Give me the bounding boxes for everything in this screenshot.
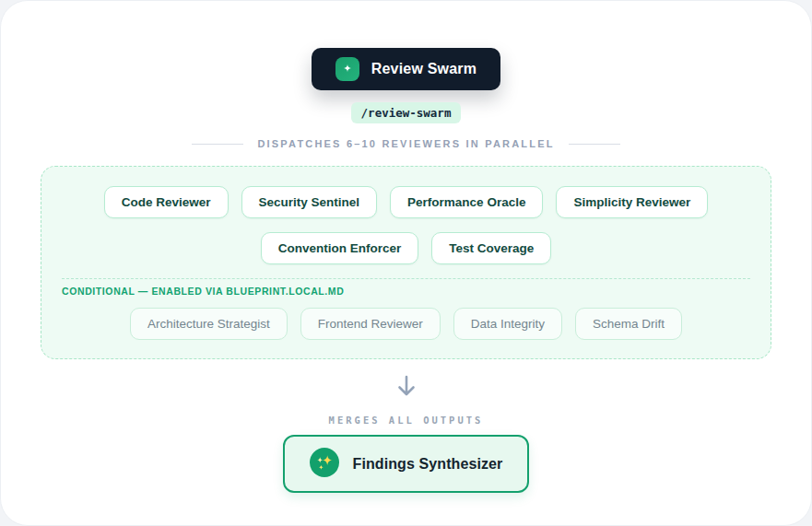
- chip-security-sentinel[interactable]: Security Sentinel: [241, 186, 378, 218]
- divider-line-right: [569, 144, 620, 145]
- page-card: Review Swarm /review-swarm DISPATCHES 6–…: [0, 0, 812, 526]
- sparkles-icon: [310, 448, 339, 480]
- sparkle-icon: [335, 57, 359, 81]
- command-title: Review Swarm: [371, 61, 477, 77]
- divider-line-left: [192, 144, 243, 145]
- dispatch-label: DISPATCHES 6–10 REVIEWERS IN PARALLEL: [257, 138, 554, 149]
- chip-data-integrity[interactable]: Data Integrity: [453, 308, 562, 340]
- synthesizer-title: Findings Synthesizer: [353, 456, 503, 473]
- chip-schema-drift[interactable]: Schema Drift: [575, 308, 682, 340]
- chip-test-coverage[interactable]: Test Coverage: [431, 232, 551, 264]
- core-reviewers-row-2: Convention Enforcer Test Coverage: [62, 232, 750, 264]
- chip-performance-oracle[interactable]: Performance Oracle: [390, 186, 543, 218]
- slash-command-badge: /review-swarm: [351, 102, 462, 123]
- chip-architecture-strategist[interactable]: Architecture Strategist: [130, 308, 288, 340]
- reviewer-swarm-panel: Code Reviewer Security Sentinel Performa…: [41, 166, 771, 359]
- conditional-section-label: CONDITIONAL — ENABLED VIA BLUEPRINT.LOCA…: [62, 286, 750, 297]
- chip-convention-enforcer[interactable]: Convention Enforcer: [261, 232, 419, 264]
- chip-code-reviewer[interactable]: Code Reviewer: [104, 186, 229, 218]
- conditional-reviewers-row: Architecture Strategist Frontend Reviewe…: [62, 308, 750, 340]
- review-swarm-button[interactable]: Review Swarm: [312, 48, 500, 90]
- chip-frontend-reviewer[interactable]: Frontend Reviewer: [300, 308, 441, 340]
- dispatch-divider: DISPATCHES 6–10 REVIEWERS IN PARALLEL: [192, 138, 619, 149]
- merge-label: MERGES ALL OUTPUTS: [329, 415, 484, 426]
- chip-simplicity-reviewer[interactable]: Simplicity Reviewer: [556, 186, 708, 218]
- flow-diagram: Review Swarm /review-swarm DISPATCHES 6–…: [1, 1, 811, 525]
- core-reviewers-row-1: Code Reviewer Security Sentinel Performa…: [62, 186, 750, 218]
- arrow-down-icon: [395, 374, 418, 402]
- conditional-section-divider: [62, 278, 750, 279]
- findings-synthesizer-button[interactable]: Findings Synthesizer: [283, 435, 530, 493]
